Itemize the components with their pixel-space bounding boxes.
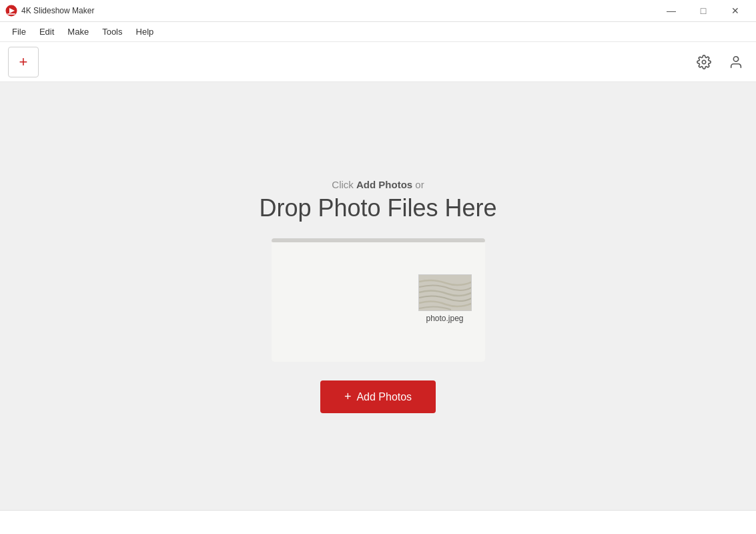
title-bar-controls: — □ ✕ (656, 0, 751, 22)
toolbar: + (0, 42, 756, 82)
profile-button[interactable] (724, 50, 748, 74)
drop-zone-content: photo.jpeg (272, 242, 485, 362)
close-button[interactable]: ✕ (720, 0, 751, 22)
menu-make[interactable]: Make (61, 24, 95, 39)
user-icon (729, 55, 743, 69)
add-photos-button-label: Add Photos (356, 391, 412, 403)
new-project-plus-icon: + (19, 53, 28, 71)
menu-file[interactable]: File (5, 24, 33, 39)
app-icon (5, 5, 17, 17)
svg-rect-1 (7, 13, 15, 15)
drop-subtitle-prefix: Click (332, 179, 356, 190)
title-bar: 4K Slideshow Maker — □ ✕ (0, 0, 756, 22)
photo-thumbnail (418, 274, 472, 311)
drop-title: Drop Photo Files Here (259, 194, 496, 222)
add-photos-button[interactable]: + Add Photos (320, 380, 436, 413)
bottom-bar (0, 510, 756, 534)
add-photos-plus-icon: + (344, 390, 352, 404)
maximize-button[interactable]: □ (688, 0, 719, 22)
drop-text-container: Click Add Photos or Drop Photo Files Her… (259, 179, 496, 222)
drop-subtitle-suffix: or (412, 179, 424, 190)
toolbar-left: + (8, 47, 39, 77)
svg-point-4 (733, 56, 738, 61)
drop-subtitle: Click Add Photos or (259, 179, 496, 190)
photo-filename: photo.jpeg (426, 314, 463, 323)
add-photos-label: Add Photos (356, 179, 412, 190)
app-title: 4K Slideshow Maker (21, 6, 94, 15)
main-content: Click Add Photos or Drop Photo Files Her… (0, 82, 756, 510)
settings-button[interactable] (692, 50, 716, 74)
photo-thumbnail-svg (419, 275, 472, 311)
gear-icon (697, 55, 711, 69)
new-project-button[interactable]: + (8, 47, 39, 77)
drop-zone[interactable]: photo.jpeg (272, 238, 485, 362)
title-bar-left: 4K Slideshow Maker (5, 5, 94, 17)
menu-tools[interactable]: Tools (95, 24, 129, 39)
menu-help[interactable]: Help (129, 24, 161, 39)
svg-point-3 (702, 60, 706, 64)
photo-file-preview: photo.jpeg (418, 274, 472, 323)
minimize-button[interactable]: — (656, 0, 687, 22)
toolbar-right (692, 50, 748, 74)
menu-bar: File Edit Make Tools Help (0, 22, 756, 42)
menu-edit[interactable]: Edit (33, 24, 61, 39)
